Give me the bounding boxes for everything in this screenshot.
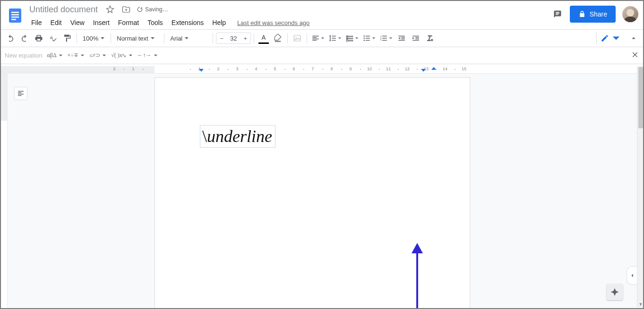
font-size-control: − + xyxy=(216,33,251,44)
share-button[interactable]: Share xyxy=(570,6,616,23)
scroll-thumb[interactable] xyxy=(638,67,643,128)
font-size-decrease[interactable]: − xyxy=(216,33,227,43)
account-avatar[interactable] xyxy=(622,6,638,22)
redo-button[interactable] xyxy=(18,32,31,45)
side-panel-toggle[interactable] xyxy=(627,266,637,285)
spellcheck-button[interactable] xyxy=(46,32,60,45)
equation-toolbar: New equation αβΔ ×÷∓ ≤≠⊃ √( )xⁿₐ ←↑→ xyxy=(0,47,644,64)
last-edit-link[interactable]: Last edit was seconds ago xyxy=(237,19,309,26)
svg-point-9 xyxy=(364,40,365,41)
share-label: Share xyxy=(590,10,607,18)
font-dropdown[interactable]: Arial xyxy=(167,32,210,45)
vertical-ruler[interactable] xyxy=(0,74,8,308)
zoom-dropdown[interactable]: 100% xyxy=(80,32,108,45)
close-equation-bar-button[interactable] xyxy=(631,50,639,60)
menu-bar: File Edit View Insert Format Tools Exten… xyxy=(27,17,552,28)
right-indent-marker[interactable] xyxy=(431,67,436,70)
collapse-toolbar-button[interactable] xyxy=(627,32,640,45)
svg-point-8 xyxy=(364,38,365,39)
menu-edit[interactable]: Edit xyxy=(47,17,66,28)
svg-rect-3 xyxy=(11,17,19,18)
lock-icon xyxy=(578,10,586,18)
main-toolbar: 100% Normal text Arial − + xyxy=(0,29,644,47)
paint-format-button[interactable] xyxy=(60,32,74,45)
svg-point-6 xyxy=(296,37,297,38)
svg-rect-4 xyxy=(11,19,16,20)
new-equation-button[interactable]: New equation xyxy=(5,52,43,59)
menu-view[interactable]: View xyxy=(67,17,88,28)
eq-math-dropdown[interactable]: √( )xⁿₐ xyxy=(111,52,132,59)
numbered-list-dropdown[interactable] xyxy=(378,32,394,45)
line-spacing-dropdown[interactable] xyxy=(327,32,343,45)
horizontal-ruler[interactable]: 21123456789101112131415 xyxy=(0,66,637,74)
docs-home-icon[interactable] xyxy=(6,3,25,28)
font-size-increase[interactable]: + xyxy=(240,33,250,43)
scroll-down-arrow[interactable]: ▼ xyxy=(637,301,644,308)
checklist-dropdown[interactable] xyxy=(344,32,360,45)
clear-formatting-button[interactable] xyxy=(423,32,437,45)
menu-tools[interactable]: Tools xyxy=(144,17,167,28)
comment-history-icon[interactable] xyxy=(552,8,563,20)
move-icon[interactable] xyxy=(120,4,132,15)
menu-file[interactable]: File xyxy=(27,17,46,28)
indent-increase-button[interactable] xyxy=(409,32,422,45)
undo-button[interactable] xyxy=(4,32,17,45)
menu-extensions[interactable]: Extensions xyxy=(168,17,207,28)
document-page[interactable]: \underline Re-enter "\underline" and pre… xyxy=(155,77,470,309)
indent-decrease-button[interactable] xyxy=(395,32,408,45)
document-area: 21123456789101112131415 \underline Re-en… xyxy=(0,66,637,308)
eq-arrows-dropdown[interactable]: ←↑→ xyxy=(137,52,158,59)
menu-format[interactable]: Format xyxy=(114,17,143,28)
document-title[interactable]: Untitled document xyxy=(27,4,100,16)
equation-field[interactable]: \underline xyxy=(200,125,275,148)
right-margin-marker[interactable] xyxy=(421,69,426,72)
vertical-scrollbar[interactable]: ▲ ▼ xyxy=(637,66,644,308)
svg-rect-0 xyxy=(9,8,21,23)
text-color-button[interactable] xyxy=(257,32,270,45)
bullet-list-dropdown[interactable] xyxy=(361,32,377,45)
font-size-input[interactable] xyxy=(227,35,240,42)
pencil-icon xyxy=(601,34,609,42)
chevron-down-icon xyxy=(612,34,620,42)
svg-rect-1 xyxy=(11,12,19,13)
paragraph-style-dropdown[interactable]: Normal text xyxy=(114,32,161,45)
explore-button[interactable] xyxy=(607,284,623,300)
menu-insert[interactable]: Insert xyxy=(89,17,113,28)
saving-status: Saving… xyxy=(137,6,168,13)
print-button[interactable] xyxy=(32,32,45,45)
insert-image-button[interactable] xyxy=(291,32,304,45)
eq-greek-dropdown[interactable]: αβΔ xyxy=(47,52,63,59)
menu-help[interactable]: Help xyxy=(208,17,230,28)
svg-marker-11 xyxy=(412,243,423,253)
annotation-arrow xyxy=(410,243,424,309)
editing-mode-dropdown[interactable] xyxy=(596,32,624,45)
left-indent-marker[interactable] xyxy=(199,69,204,72)
outline-toggle-button[interactable] xyxy=(14,87,27,100)
svg-point-7 xyxy=(364,35,365,37)
align-dropdown[interactable] xyxy=(310,32,326,45)
eq-operations-dropdown[interactable]: ×÷∓ xyxy=(68,52,85,59)
svg-rect-2 xyxy=(11,14,19,16)
star-icon[interactable] xyxy=(104,4,116,15)
eq-relations-dropdown[interactable]: ≤≠⊃ xyxy=(89,52,106,59)
highlight-color-button[interactable] xyxy=(271,32,284,45)
svg-rect-5 xyxy=(294,35,301,41)
